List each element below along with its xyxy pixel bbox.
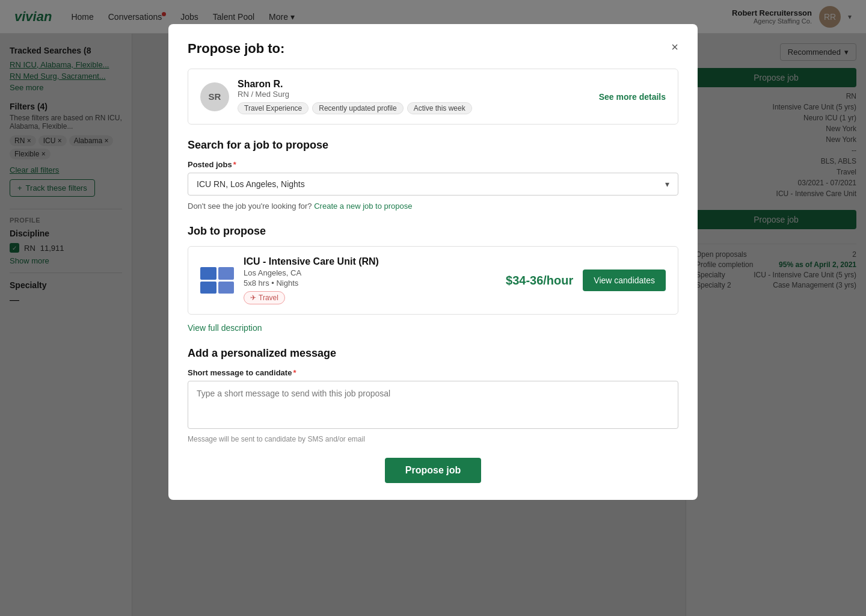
required-star: * — [233, 160, 236, 169]
job-schedule: 5x8 hrs • Nights — [244, 279, 506, 288]
job-section: Job to propose ICU - Intensive Care Unit… — [188, 225, 678, 333]
candidate-details: Sharon R. RN / Med Surg Travel Experienc… — [238, 79, 472, 114]
propose-job-modal: Propose job to: × SR Sharon R. RN / Med … — [168, 24, 698, 500]
badge-active: Active this week — [407, 102, 472, 114]
badge-updated: Recently updated profile — [312, 102, 403, 114]
modal-overlay: Propose job to: × SR Sharon R. RN / Med … — [0, 0, 866, 616]
posted-jobs-dropdown[interactable]: ICU RN, Los Angeles, Nights ▾ — [188, 173, 678, 196]
message-textarea[interactable] — [188, 381, 678, 429]
logo-block-2 — [218, 267, 235, 280]
job-tag-travel: ✈ Travel — [244, 291, 285, 304]
create-job-text: Don't see the job you're looking for? Cr… — [188, 202, 678, 211]
search-section: Search for a job to propose Posted jobs*… — [188, 139, 678, 211]
job-title: ICU - Intensive Care Unit (RN) — [244, 256, 506, 267]
candidate-name: Sharon R. — [238, 79, 472, 90]
badge-travel: Travel Experience — [238, 102, 309, 114]
modal-header: Propose job to: × — [188, 41, 678, 57]
job-location: Los Angeles, CA — [244, 268, 506, 277]
job-section-title: Job to propose — [188, 225, 678, 238]
view-candidates-button[interactable]: View candidates — [583, 270, 666, 291]
logo-block-4 — [218, 282, 235, 294]
modal-close-button[interactable]: × — [671, 41, 678, 53]
candidate-avatar: SR — [200, 82, 229, 111]
propose-job-submit-button[interactable]: Propose job — [385, 458, 481, 483]
create-new-job-link[interactable]: Create a new job to propose — [314, 202, 412, 211]
modal-title: Propose job to: — [188, 41, 284, 57]
message-section: Add a personalized message Short message… — [188, 347, 678, 443]
message-section-title: Add a personalized message — [188, 347, 678, 360]
chevron-down-icon: ▾ — [665, 179, 669, 189]
logo-block-1 — [200, 267, 216, 280]
message-field-label: Short message to candidate* — [188, 368, 678, 377]
logo-block-3 — [200, 282, 216, 294]
search-section-title: Search for a job to propose — [188, 139, 678, 152]
candidate-badges: Travel Experience Recently updated profi… — [238, 102, 472, 114]
candidate-role: RN / Med Surg — [238, 90, 472, 99]
required-star-msg: * — [293, 368, 296, 377]
see-more-details-link[interactable]: See more details — [599, 92, 666, 102]
candidate-card: SR Sharon R. RN / Med Surg Travel Experi… — [188, 69, 678, 125]
job-card: ICU - Intensive Care Unit (RN) Los Angel… — [188, 246, 678, 315]
travel-icon: ✈ — [250, 294, 256, 302]
posted-jobs-label: Posted jobs* — [188, 160, 678, 169]
job-rate: $34-36/hour — [506, 274, 573, 288]
selected-job-text: ICU RN, Los Angeles, Nights — [197, 179, 305, 189]
job-logo — [200, 267, 234, 294]
view-full-description-link[interactable]: View full description — [188, 323, 678, 333]
job-info: ICU - Intensive Care Unit (RN) Los Angel… — [244, 256, 506, 304]
message-hint: Message will be sent to candidate by SMS… — [188, 435, 678, 443]
